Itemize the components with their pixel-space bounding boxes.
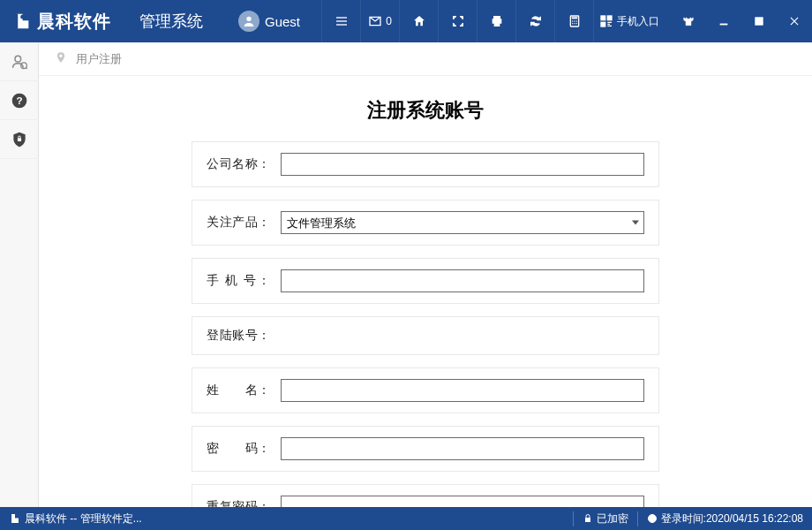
svg-rect-3	[336, 20, 347, 21]
taskbar-text: 晨科软件 -- 管理软件定...	[25, 511, 142, 526]
svg-point-11	[574, 23, 575, 24]
status-bar: 晨科软件 -- 管理软件定... 已加密 登录时间:2020/04/15 16:…	[0, 507, 812, 530]
location-icon	[55, 51, 67, 66]
calculator-button[interactable]	[554, 0, 593, 42]
label-company: 公司名称	[207, 156, 270, 172]
print-button[interactable]	[477, 0, 515, 42]
svg-rect-17	[756, 18, 763, 25]
sidebar: ?	[0, 42, 39, 507]
brand-logo-icon	[12, 12, 30, 30]
row-phone: 手 机 号	[192, 258, 659, 304]
breadcrumb-current: 用户注册	[76, 51, 122, 67]
brand-name: 晨科软件	[37, 10, 111, 34]
svg-rect-6	[571, 17, 577, 19]
top-toolbar: 0 手机入口	[321, 0, 664, 42]
input-phone[interactable]	[281, 269, 644, 292]
sidebar-user-button[interactable]	[0, 42, 39, 81]
minimize-button[interactable]	[706, 0, 741, 42]
breadcrumb: 用户注册	[39, 42, 812, 76]
svg-rect-13	[601, 16, 605, 20]
input-company[interactable]	[281, 153, 644, 176]
svg-rect-15	[601, 22, 605, 26]
mobile-entry-label: 手机入口	[617, 14, 659, 29]
svg-point-12	[575, 23, 576, 24]
taskbar-item[interactable]: 晨科软件 -- 管理软件定...	[9, 511, 142, 526]
user-name: Guest	[265, 14, 300, 29]
theme-button[interactable]	[671, 0, 706, 42]
login-time-label: 登录时间:2020/04/15 16:22:08	[661, 511, 803, 526]
row-company: 公司名称	[192, 141, 659, 187]
input-password[interactable]	[281, 437, 644, 460]
form-area: 注册系统账号 公司名称 关注产品 文件管理系统	[39, 76, 812, 507]
label-password2: 重复密码	[207, 499, 270, 507]
home-button[interactable]	[399, 0, 438, 42]
body: ? 用户注册 注册系统账号 公司名称 关注产品	[0, 42, 812, 507]
form-title: 注册系统账号	[39, 97, 812, 124]
sidebar-security-button[interactable]	[0, 120, 39, 159]
messages-button[interactable]: 0	[360, 0, 399, 42]
label-name: 姓 名	[207, 382, 270, 398]
label-login: 登陆账号	[207, 328, 270, 344]
form-body: 公司名称 关注产品 文件管理系统 手 机 号	[192, 141, 659, 507]
svg-point-18	[15, 56, 21, 62]
messages-count: 0	[386, 15, 392, 27]
row-password2: 重复密码	[192, 484, 659, 507]
svg-point-7	[572, 20, 573, 21]
svg-rect-22	[17, 138, 20, 141]
svg-point-8	[574, 20, 575, 21]
sidebar-help-button[interactable]: ?	[0, 81, 39, 120]
close-button[interactable]	[777, 0, 812, 42]
svg-point-9	[575, 20, 576, 21]
label-phone: 手 机 号	[207, 273, 270, 289]
input-password2[interactable]	[281, 496, 644, 507]
encrypted-label: 已加密	[597, 511, 628, 526]
window-controls	[671, 0, 812, 42]
content: 用户注册 注册系统账号 公司名称 关注产品 文件管理系统	[39, 42, 812, 507]
refresh-button[interactable]	[515, 0, 554, 42]
input-name[interactable]	[281, 379, 644, 402]
status-login-time: 登录时间:2020/04/15 16:22:08	[637, 511, 803, 526]
svg-point-1	[246, 17, 251, 21]
mobile-entry-button[interactable]: 手机入口	[593, 0, 664, 42]
brand-block: 晨科软件	[0, 10, 120, 34]
row-login: 登陆账号	[192, 316, 659, 355]
app-title: 管理系统	[139, 11, 203, 32]
label-product: 关注产品	[207, 215, 270, 231]
fullscreen-button[interactable]	[438, 0, 477, 42]
status-encrypted: 已加密	[573, 511, 628, 526]
svg-rect-16	[720, 24, 727, 25]
label-password: 密 码	[207, 441, 270, 457]
svg-rect-23	[585, 518, 590, 522]
menu-button[interactable]	[321, 0, 360, 42]
svg-rect-4	[336, 24, 347, 25]
row-product: 关注产品 文件管理系统	[192, 200, 659, 246]
maximize-button[interactable]	[741, 0, 777, 42]
svg-point-0	[20, 15, 25, 19]
user-block[interactable]: Guest	[238, 11, 300, 32]
svg-rect-2	[336, 17, 347, 18]
select-product[interactable]: 文件管理系统	[281, 211, 644, 234]
avatar-icon	[238, 11, 259, 32]
top-bar: 晨科软件 管理系统 Guest 0 手机入	[0, 0, 812, 42]
svg-point-10	[572, 23, 573, 24]
svg-rect-14	[607, 16, 612, 20]
svg-text:?: ?	[16, 95, 22, 106]
row-name: 姓 名	[192, 367, 659, 413]
row-password: 密 码	[192, 426, 659, 472]
